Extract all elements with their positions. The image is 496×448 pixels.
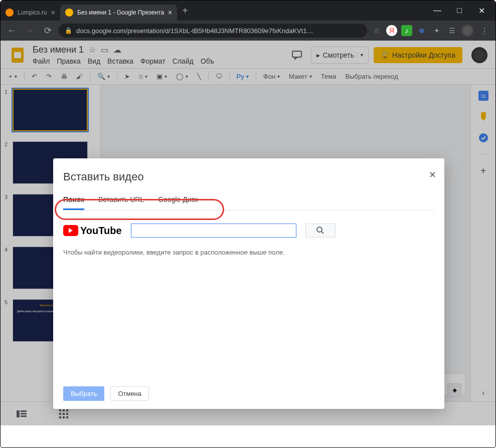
slides-app: Без имени 1 ☆ ▭ ☁ Файл Правка Вид Вставк… xyxy=(1,41,495,425)
extension-icons: Я ♪ ⊕ ✦ ☰ xyxy=(386,25,457,36)
browser-tab-lumpics[interactable]: Lumpics.ru × xyxy=(1,5,60,21)
ext-music-icon[interactable]: ♪ xyxy=(401,25,412,36)
cancel-button[interactable]: Отмена xyxy=(110,386,149,401)
favicon-icon xyxy=(65,9,73,17)
url-input[interactable]: 🔒 docs.google.com/presentation/d/1SXbL-t… xyxy=(59,24,367,38)
close-window-button[interactable]: ✕ xyxy=(471,3,491,18)
minimize-button[interactable]: — xyxy=(427,3,447,18)
search-hint: Чтобы найти видеоролики, введите запрос … xyxy=(63,249,434,256)
tab-title: Lumpics.ru xyxy=(18,9,47,16)
window-controls: — □ ✕ xyxy=(427,3,495,18)
browser-address-bar: ← → ⟳ 🔒 docs.google.com/presentation/d/1… xyxy=(1,21,495,41)
url-text: docs.google.com/presentation/d/1SXbL-tB5… xyxy=(76,27,313,35)
close-tab-icon[interactable]: × xyxy=(51,9,55,17)
video-search-button[interactable] xyxy=(305,223,336,238)
lock-icon: 🔒 xyxy=(65,27,72,34)
ext-globe-icon[interactable]: ⊕ xyxy=(416,25,427,36)
forward-button[interactable]: → xyxy=(23,24,37,38)
svg-line-20 xyxy=(321,232,323,234)
tab-google-drive[interactable]: Google Диск xyxy=(158,195,198,210)
browser-profile-avatar[interactable] xyxy=(461,25,473,37)
maximize-button[interactable]: □ xyxy=(449,3,469,18)
dialog-title: Вставить видео xyxy=(63,170,434,183)
dialog-body: YouTube Чтобы найти видеоролики, введите… xyxy=(63,210,434,381)
ext-puzzle-icon[interactable]: ✦ xyxy=(431,25,442,36)
youtube-logo: YouTube xyxy=(63,225,122,237)
insert-video-dialog: Вставить видео ✕ Поиск Вставить URL Goog… xyxy=(53,158,444,409)
browser-titlebar: Lumpics.ru × Без имени 1 - Google Презен… xyxy=(1,1,495,21)
back-button[interactable]: ← xyxy=(5,24,19,38)
video-search-input[interactable] xyxy=(131,223,296,238)
favicon-icon xyxy=(6,9,14,17)
dialog-close-button[interactable]: ✕ xyxy=(429,169,436,180)
svg-point-19 xyxy=(317,227,322,232)
close-tab-icon[interactable]: × xyxy=(168,9,172,17)
dialog-footer: Выбрать Отмена xyxy=(63,381,434,401)
browser-menu-button[interactable]: ⋮ xyxy=(477,26,491,36)
new-tab-button[interactable]: + xyxy=(177,5,193,17)
reload-button[interactable]: ⟳ xyxy=(41,24,55,38)
select-button[interactable]: Выбрать xyxy=(63,386,104,401)
tab-insert-url[interactable]: Вставить URL xyxy=(98,195,144,210)
tab-title: Без имени 1 - Google Презента xyxy=(77,9,164,16)
browser-tab-slides[interactable]: Без имени 1 - Google Презента × xyxy=(60,5,177,21)
youtube-label: YouTube xyxy=(80,225,122,237)
star-icon[interactable]: ☆ xyxy=(371,25,382,36)
search-icon xyxy=(316,227,324,235)
youtube-play-icon xyxy=(63,225,78,236)
dialog-tabs: Поиск Вставить URL Google Диск xyxy=(63,195,434,210)
tab-search[interactable]: Поиск xyxy=(63,195,84,210)
ext-list-icon[interactable]: ☰ xyxy=(446,25,457,36)
ext-yandex-icon[interactable]: Я xyxy=(386,25,397,36)
